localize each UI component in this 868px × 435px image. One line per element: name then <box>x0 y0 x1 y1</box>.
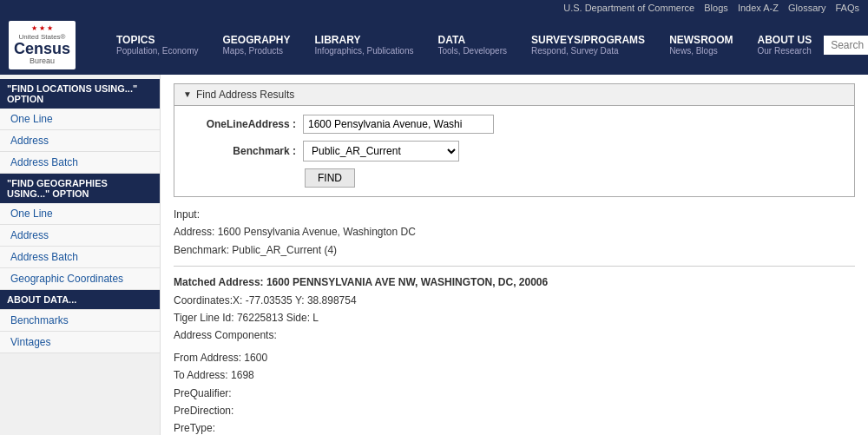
nav-about[interactable]: ABOUT US Our Research <box>745 30 824 59</box>
utility-bar: U.S. Department of Commerce Blogs Index … <box>0 0 868 16</box>
search-input[interactable] <box>824 36 868 55</box>
pretype: PreType: <box>174 419 855 435</box>
nav-newsroom[interactable]: NEWSROOM News, Blogs <box>657 30 745 59</box>
coordinates: Coordinates:X: -77.03535 Y: 38.898754 <box>174 292 855 309</box>
benchmark-input: Benchmark: Public_AR_Current (4) <box>174 241 855 259</box>
result-text: Input: Address: 1600 Pensylvania Avenue,… <box>174 206 855 435</box>
results-header: ▼ Find Address Results <box>174 84 854 106</box>
benchmark-label: Benchmark : <box>183 145 296 157</box>
logo-stars: ★ ★ ★ <box>14 24 70 33</box>
logo[interactable]: ★ ★ ★ United States® Census Bureau <box>9 21 87 69</box>
find-locations-header[interactable]: "FIND LOCATIONS USING..." OPTION <box>0 79 160 109</box>
address-input: Address: 1600 Pensylvania Avenue, Washin… <box>174 223 855 241</box>
utility-link-blogs[interactable]: Blogs <box>704 3 728 13</box>
sidebar-item-find-geo-batch[interactable]: Address Batch <box>0 247 160 268</box>
sidebar-item-benchmarks[interactable]: Benchmarks <box>0 310 160 332</box>
nav-library[interactable]: LIBRARY Infographics, Publications <box>303 30 426 59</box>
one-line-row: OneLineAddress : <box>183 115 845 134</box>
components-section: From Address: 1600 To Address: 1698 PreQ… <box>174 349 855 435</box>
nav-surveys[interactable]: SURVEYS/PROGRAMS Respond, Survey Data <box>519 30 657 59</box>
matched-address: Matched Address: 1600 PENNSYLVANIA AVE N… <box>174 274 855 291</box>
to-address: To Address: 1698 <box>174 366 855 384</box>
sidebar-item-find-locations-address[interactable]: Address <box>0 130 160 152</box>
main-content: ▼ Find Address Results OneLineAddress : … <box>161 75 868 435</box>
predirection: PreDirection: <box>174 402 855 419</box>
sidebar-item-find-geo-address[interactable]: Address <box>0 225 160 247</box>
search-box[interactable] <box>824 36 868 55</box>
sidebar-item-find-geo-coordinates[interactable]: Geographic Coordinates <box>0 268 160 290</box>
sidebar-item-find-locations-one-line[interactable]: One Line <box>0 109 160 130</box>
content: "FIND LOCATIONS USING..." OPTION One Lin… <box>0 75 868 435</box>
find-button[interactable]: FIND <box>305 168 355 188</box>
sidebar-item-find-geo-one-line[interactable]: One Line <box>0 203 160 225</box>
sidebar: "FIND LOCATIONS USING..." OPTION One Lin… <box>0 75 161 435</box>
prequalifier: PreQualifier: <box>174 385 855 402</box>
result-divider-1 <box>174 266 855 267</box>
logo-census: Census <box>14 41 70 56</box>
find-geographies-header[interactable]: "FIND GEOGRAPHIES USING..." OPTION <box>0 174 160 203</box>
input-label: Input: <box>174 206 855 223</box>
main-nav: TOPICS Population, Economy GEOGRAPHY Map… <box>104 30 824 59</box>
tiger-line: Tiger Line Id: 76225813 Side: L <box>174 309 855 326</box>
benchmark-row: Benchmark : Public_AR_Current Public_AR_… <box>183 141 845 161</box>
one-line-input[interactable] <box>303 115 494 134</box>
nav-topics[interactable]: TOPICS Population, Economy <box>104 30 211 59</box>
triangle-icon: ▼ <box>183 89 192 99</box>
utility-link-faqs[interactable]: FAQs <box>835 3 859 13</box>
utility-link-index[interactable]: Index A-Z <box>738 3 779 13</box>
results-panel: ▼ Find Address Results OneLineAddress : … <box>174 83 855 197</box>
address-components-label: Address Components: <box>174 326 855 344</box>
input-section: Input: Address: 1600 Pensylvania Avenue,… <box>174 206 855 259</box>
sidebar-item-vintages[interactable]: Vintages <box>0 332 160 353</box>
one-line-label: OneLineAddress : <box>183 118 296 130</box>
from-address: From Address: 1600 <box>174 349 855 366</box>
matched-section: Matched Address: 1600 PENNSYLVANIA AVE N… <box>174 274 855 345</box>
header: ★ ★ ★ United States® Census Bureau TOPIC… <box>0 16 868 75</box>
results-header-label: Find Address Results <box>196 89 294 101</box>
utility-link-glossary[interactable]: Glossary <box>788 3 825 13</box>
sidebar-item-find-locations-batch[interactable]: Address Batch <box>0 152 160 174</box>
utility-link-commerce[interactable]: U.S. Department of Commerce <box>563 3 694 13</box>
nav-data[interactable]: DATA Tools, Developers <box>426 30 519 59</box>
nav-geography[interactable]: GEOGRAPHY Maps, Products <box>211 30 303 59</box>
benchmark-select[interactable]: Public_AR_Current Public_AR_ACS2023 Publ… <box>303 141 459 161</box>
about-data-header[interactable]: ABOUT DATA... <box>0 290 160 310</box>
results-body: OneLineAddress : Benchmark : Public_AR_C… <box>174 106 854 196</box>
logo-bureau: Bureau <box>14 56 70 66</box>
